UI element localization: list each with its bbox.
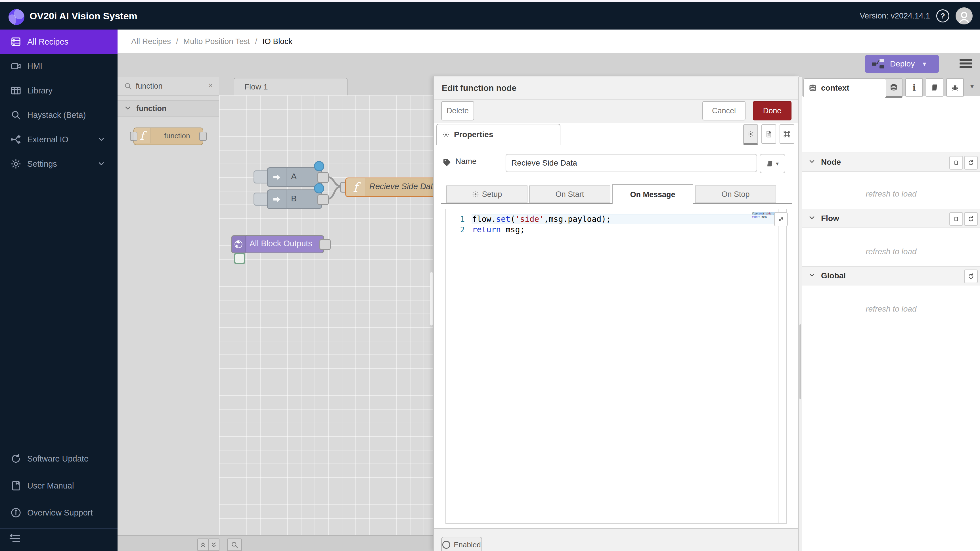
sidebar-item-settings[interactable]: Settings [0,152,118,176]
canvas-scrollbar[interactable] [430,272,433,325]
palette-category-label: function [136,101,166,116]
zoom-search-button[interactable] [227,538,242,551]
section-global-title: Global [821,267,846,285]
context-pane-button[interactable] [885,78,902,98]
panel-caret-icon[interactable]: ▾ [970,82,974,90]
link-node[interactable] [234,253,245,264]
function-tabs: Setup On Start On Message On Stop [434,184,799,204]
node-all-block-outputs[interactable]: All Block Outputs [231,235,324,253]
dialog-title: Edit function node [442,76,516,99]
section-node[interactable]: Node [802,153,980,172]
tag-icon [442,158,452,167]
palette-category-function[interactable]: function [118,100,219,117]
cancel-button[interactable]: Cancel [702,101,746,120]
sidebar-item-overview-support[interactable]: Overview Support [0,500,118,525]
tab-setup[interactable]: Setup [446,185,528,203]
palette-search-input[interactable] [135,80,196,92]
menu-icon[interactable] [959,59,972,69]
app-logo-icon [8,9,24,25]
flow-open-button[interactable] [949,212,963,226]
sidebar-item-label: External IO [27,127,68,152]
dialog-button-row: Delete Cancel Done [434,100,799,123]
debug-pane-button[interactable] [946,78,964,97]
sidebar-item-haystack[interactable]: Haystack (Beta) [0,103,118,127]
node-a[interactable]: A [267,167,322,187]
arrow-right-icon [268,190,286,208]
name-lookup-button[interactable]: ▾ [760,154,785,173]
node-b-output-port[interactable] [317,194,329,205]
chevron-down-icon [98,136,105,143]
node-a-button[interactable] [253,170,269,183]
sidebar-item-external-io[interactable]: External IO [0,127,118,152]
gear-icon [10,158,22,170]
clear-search-icon[interactable]: × [208,81,213,90]
sidebar-divider [0,528,118,529]
dialog-tabstrip: Properties [434,123,799,144]
tab-on-message[interactable]: On Message [612,184,693,204]
code-editor[interactable]: 1flow.set('side',msg.payload);2return ms… [445,209,787,524]
sidebar-item-label: Haystack (Beta) [27,103,86,127]
node-refresh-button[interactable] [964,156,978,170]
recipes-icon [10,36,22,48]
palette-scroll-down-button[interactable] [208,538,220,551]
sidebar-item-software-update[interactable]: Software Update [0,446,118,471]
node-open-button[interactable] [949,156,963,170]
delete-button[interactable]: Delete [441,101,474,120]
sidebar-collapse-button[interactable] [8,533,21,544]
tab-properties[interactable]: Properties [436,124,560,145]
palette-node-label: function [154,128,200,143]
palette-scroll-up-button[interactable] [197,538,208,551]
expand-editor-button[interactable] [774,212,788,226]
sidebar-item-user-manual[interactable]: User Manual [0,473,118,498]
breadcrumb-all-recipes[interactable]: All Recipes [131,37,171,46]
node-function-selected[interactable]: f Recieve Side Data [345,177,441,197]
function-icon: f [134,128,151,143]
code-lines: 1flow.set('side',msg.payload);2return ms… [446,209,786,235]
sidebar-item-label: User Manual [27,473,74,498]
properties-pane-button[interactable] [743,124,758,145]
sidebar-item-hmi[interactable]: HMI [0,54,118,78]
section-flow[interactable]: Flow [802,209,980,228]
sidebar-item-all-recipes[interactable]: All Recipes [0,30,118,54]
dialog-header: Edit function node [434,76,799,100]
avatar[interactable] [956,7,973,24]
appearance-pane-button[interactable] [780,124,794,144]
code-minimap[interactable]: flow.set('side',msg.payload);return msg; [752,212,777,218]
sidebar-item-library[interactable]: Library [0,78,118,103]
external-io-icon [10,134,22,145]
global-refresh-button[interactable] [964,269,978,283]
palette-node-function[interactable]: f function [134,127,203,145]
flow-refresh-button[interactable] [964,212,978,226]
deploy-caret-icon[interactable]: ▾ [923,60,926,68]
node-b[interactable]: B [267,190,322,209]
enabled-toggle[interactable]: Enabled [441,537,482,551]
name-row: Name ▾ [434,153,799,178]
description-pane-button[interactable] [761,124,776,144]
search-icon [124,82,132,90]
tab-on-stop[interactable]: On Stop [695,185,776,203]
deploy-button[interactable]: Deploy ▾ [865,55,939,73]
hmi-icon [10,61,22,72]
help-icon[interactable]: ? [936,10,949,22]
context-panel: context i ▾ Node [802,77,980,551]
section-global[interactable]: Global [802,266,980,285]
node-a-output-port[interactable] [317,172,329,183]
arrow-right-icon [268,168,286,186]
node-a-changed-dot [314,161,324,171]
breadcrumb-separator: / [255,37,257,46]
node-b-button[interactable] [253,193,269,205]
search-icon [10,109,22,121]
tab-flow-1[interactable]: Flow 1 [234,78,347,97]
tab-on-start[interactable]: On Start [529,185,610,203]
info-pane-button[interactable]: i [905,78,923,97]
breadcrumb-recipe[interactable]: Multo Position Test [183,37,250,46]
chevron-down-icon [124,105,131,111]
done-button[interactable]: Done [753,101,792,120]
context-tab-label: context [821,83,850,92]
name-input[interactable] [506,154,757,172]
output-node-port[interactable] [320,239,331,250]
app-header: OV20i AI Vision System Version: v2024.14… [0,2,980,30]
tab-context[interactable]: context [803,78,886,97]
divider-thumb[interactable] [799,324,801,399]
help-pane-button[interactable] [926,78,943,97]
